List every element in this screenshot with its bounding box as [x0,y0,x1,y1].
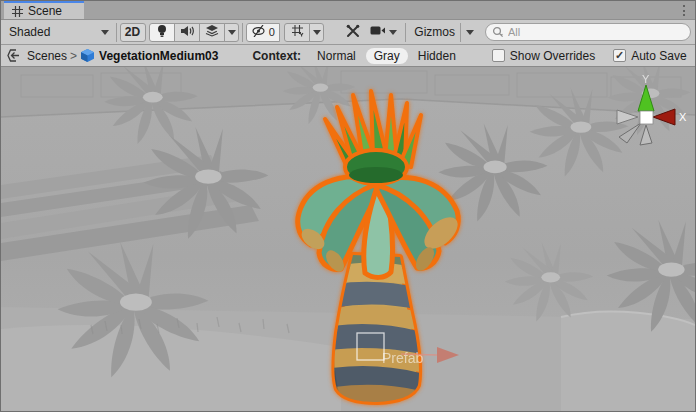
tools-wrench-icon [346,24,360,41]
lightbulb-icon [156,24,168,41]
toggle-2d-button[interactable]: 2D [120,23,146,42]
grid-visibility-button[interactable] [284,23,310,42]
gizmos-dropdown[interactable]: Gizmos [409,23,479,42]
tab-menu-kebab-icon[interactable] [678,3,690,18]
chevron-down-icon [389,30,397,35]
scene-viewport[interactable]: Prefab Y X [1,67,695,411]
prefab-cube-icon [80,48,95,63]
context-label: Context: [252,49,301,63]
gizmo-cube[interactable] [640,111,653,124]
breadcrumb-separator: > [70,49,77,63]
scene-toolbar: Shaded 2D [1,20,695,45]
grid-icon [291,24,304,40]
prefab-breadcrumb-bar: Scenes > VegetationMedium03 Context: Nor… [1,45,695,67]
chevron-down-icon [101,30,109,35]
breadcrumb-scenes[interactable]: Scenes [27,49,67,63]
scene-effects-dropdown[interactable] [224,23,239,42]
tree-crown-ring [349,167,403,183]
context-option-normal[interactable]: Normal [309,48,364,64]
prefab-floating-label: Prefab [382,350,423,366]
search-input[interactable] [485,23,691,41]
tab-scene-label: Scene [28,4,62,18]
speaker-icon [180,25,194,40]
unity-scene-window: Scene Shaded 2D [0,0,696,412]
effects-layers-icon [205,24,219,40]
prefab-name: VegetationMedium03 [99,49,218,63]
scene-visibility-button[interactable]: 0 [246,23,280,42]
grid-visibility-dropdown[interactable] [309,23,324,42]
component-tools-button[interactable] [341,23,365,42]
tab-strip: Scene [1,1,695,20]
scene-lighting-button[interactable] [149,23,175,42]
camera-settings-button[interactable] [365,23,402,42]
toggle-2d-label: 2D [125,25,140,39]
axis-y-label: Y [642,73,650,85]
chevron-down-icon [228,30,236,35]
prefab-back-icon[interactable] [7,49,21,62]
draw-mode-label: Shaded [9,25,50,39]
show-overrides-checkbox[interactable]: ✓ [492,49,505,62]
chevron-down-icon [313,30,321,35]
eye-slash-icon [252,25,267,40]
breadcrumb-current-prefab[interactable]: VegetationMedium03 [80,48,218,63]
draw-mode-dropdown[interactable]: Shaded [5,23,113,42]
show-overrides-toggle[interactable]: ✓ Show Overrides [492,49,595,63]
tab-scene[interactable]: Scene [4,1,84,19]
context-option-hidden[interactable]: Hidden [410,48,464,64]
scene-grid-icon [12,6,23,17]
context-option-gray[interactable]: Gray [366,48,408,64]
gizmos-label: Gizmos [414,25,455,39]
auto-save-toggle[interactable]: ✓ Auto Save [613,49,686,63]
scene-effects-button[interactable] [199,23,225,42]
chevron-down-icon [466,30,474,35]
scene-render: Prefab Y X [1,67,695,411]
search-icon [492,26,504,41]
auto-save-checkbox[interactable]: ✓ [613,49,626,62]
camera-icon [370,25,386,39]
axis-x-label: X [679,111,687,123]
scene-search [485,23,691,41]
scene-audio-button[interactable] [174,23,200,42]
hidden-count: 0 [269,26,275,38]
